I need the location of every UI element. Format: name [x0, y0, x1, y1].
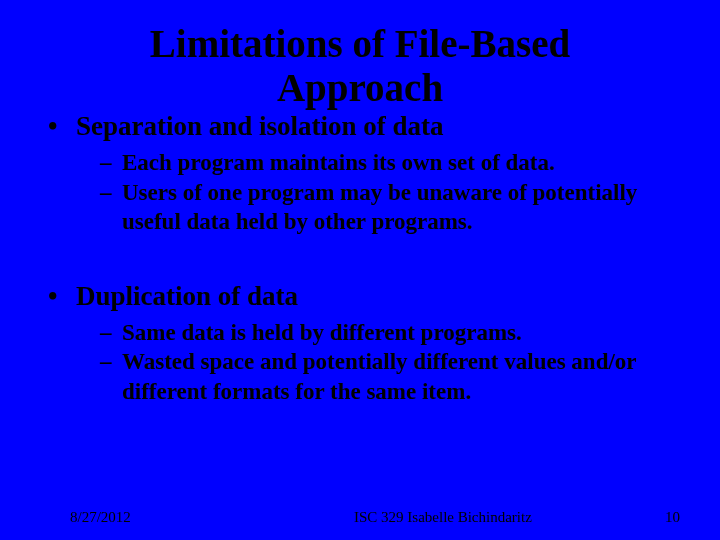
title-line-2: Approach	[277, 66, 443, 109]
bullet-heading: Separation and isolation of data	[76, 111, 444, 141]
bullet-item: Separation and isolation of data Each pr…	[48, 111, 672, 236]
slide-body: Separation and isolation of data Each pr…	[0, 111, 720, 406]
footer-date: 8/27/2012	[70, 509, 131, 526]
footer-page-number: 10	[665, 509, 680, 526]
bullet-heading: Duplication of data	[76, 281, 298, 311]
footer-center: ISC 329 Isabelle Bichindaritz	[354, 509, 532, 526]
sub-bullet-item: Same data is held by different programs.	[100, 318, 672, 347]
sub-bullet-item: Wasted space and potentially different v…	[100, 347, 672, 406]
title-line-1: Limitations of File-Based	[150, 22, 570, 65]
bullet-item: Duplication of data Same data is held by…	[48, 281, 672, 406]
slide-title: Limitations of File-Based Approach	[0, 22, 720, 109]
slide-footer: 8/27/2012 ISC 329 Isabelle Bichindaritz …	[0, 509, 720, 526]
sub-bullet-item: Each program maintains its own set of da…	[100, 148, 672, 177]
sub-bullet-item: Users of one program may be unaware of p…	[100, 178, 672, 237]
